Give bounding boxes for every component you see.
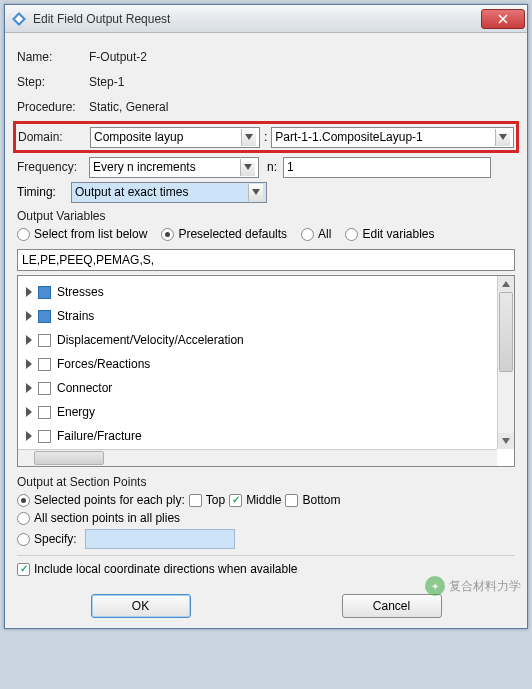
- close-button[interactable]: [481, 9, 525, 29]
- tree-item[interactable]: Stresses: [20, 280, 512, 304]
- tree-label: Failure/Fracture: [57, 429, 142, 443]
- radio-all-section-points[interactable]: [17, 512, 30, 525]
- check-middle[interactable]: [229, 494, 242, 507]
- dialog-footer: OK Cancel: [5, 588, 527, 628]
- svg-marker-3: [499, 134, 507, 140]
- expand-icon[interactable]: [26, 359, 32, 369]
- svg-marker-6: [502, 281, 510, 287]
- cancel-button[interactable]: Cancel: [342, 594, 442, 618]
- svg-marker-5: [252, 189, 260, 195]
- domain-label: Domain:: [18, 130, 90, 144]
- tree-checkbox[interactable]: [38, 310, 51, 323]
- scroll-down-button[interactable]: [498, 433, 514, 449]
- tree-item[interactable]: Failure/Fracture: [20, 424, 512, 448]
- radio-specify[interactable]: [17, 533, 30, 546]
- n-input[interactable]: [283, 157, 491, 178]
- chevron-down-icon: [495, 129, 510, 146]
- expand-icon[interactable]: [26, 383, 32, 393]
- radio-selected-points[interactable]: [17, 494, 30, 507]
- step-label: Step:: [17, 75, 89, 89]
- expand-icon[interactable]: [26, 335, 32, 345]
- expand-icon[interactable]: [26, 407, 32, 417]
- dialog-body: Name:F-Output-2 Step:Step-1 Procedure:St…: [5, 33, 527, 588]
- domain-target-select[interactable]: Part-1-1.CompositeLayup-1: [271, 127, 514, 148]
- step-value: Step-1: [89, 75, 124, 89]
- domain-target-value: Part-1-1.CompositeLayup-1: [275, 130, 422, 144]
- dialog-window: Edit Field Output Request Name:F-Output-…: [4, 4, 528, 629]
- procedure-label: Procedure:: [17, 100, 89, 114]
- tree-checkbox[interactable]: [38, 286, 51, 299]
- expand-icon[interactable]: [26, 311, 32, 321]
- horizontal-scrollbar[interactable]: [18, 449, 497, 466]
- tree-item[interactable]: Displacement/Velocity/Acceleration: [20, 328, 512, 352]
- output-variables-title: Output Variables: [17, 209, 515, 223]
- domain-type-select[interactable]: Composite layup: [90, 127, 260, 148]
- chevron-down-icon: [240, 159, 255, 176]
- section-points-title: Output at Section Points: [17, 475, 515, 489]
- svg-marker-4: [244, 164, 252, 170]
- variables-input[interactable]: [17, 249, 515, 271]
- radio-preselected[interactable]: [161, 228, 174, 241]
- app-icon: [11, 11, 27, 27]
- specify-input[interactable]: [85, 529, 235, 549]
- tree-label: Forces/Reactions: [57, 357, 150, 371]
- radio-edit-variables[interactable]: [345, 228, 358, 241]
- check-top[interactable]: [189, 494, 202, 507]
- procedure-value: Static, General: [89, 100, 168, 114]
- output-mode-radios: Select from list below Preselected defau…: [17, 227, 515, 241]
- expand-icon[interactable]: [26, 287, 32, 297]
- tree-checkbox[interactable]: [38, 358, 51, 371]
- frequency-select[interactable]: Every n increments: [89, 157, 259, 178]
- tree-item[interactable]: Energy: [20, 400, 512, 424]
- chevron-down-icon: [241, 129, 256, 146]
- n-label: n:: [267, 160, 277, 174]
- svg-marker-2: [245, 134, 253, 140]
- name-value: F-Output-2: [89, 50, 147, 64]
- timing-value: Output at exact times: [75, 185, 188, 199]
- frequency-value: Every n increments: [93, 160, 196, 174]
- expand-icon[interactable]: [26, 431, 32, 441]
- radio-all[interactable]: [301, 228, 314, 241]
- tree-checkbox[interactable]: [38, 382, 51, 395]
- tree-checkbox[interactable]: [38, 406, 51, 419]
- vertical-scrollbar[interactable]: [497, 276, 514, 449]
- titlebar[interactable]: Edit Field Output Request: [5, 5, 527, 33]
- timing-label: Timing:: [17, 185, 71, 199]
- svg-marker-7: [502, 438, 510, 444]
- window-title: Edit Field Output Request: [33, 12, 481, 26]
- scroll-thumb[interactable]: [499, 292, 513, 372]
- tree-label: Energy: [57, 405, 95, 419]
- name-label: Name:: [17, 50, 89, 64]
- tree-checkbox[interactable]: [38, 334, 51, 347]
- tree-item[interactable]: Strains: [20, 304, 512, 328]
- check-include-local[interactable]: [17, 563, 30, 576]
- scroll-thumb-h[interactable]: [34, 451, 104, 465]
- include-local-label: Include local coordinate directions when…: [34, 562, 298, 576]
- frequency-label: Frequency:: [17, 160, 89, 174]
- tree-label: Connector: [57, 381, 112, 395]
- tree-item[interactable]: Forces/Reactions: [20, 352, 512, 376]
- variables-tree: StressesStrainsDisplacement/Velocity/Acc…: [17, 275, 515, 467]
- tree-checkbox[interactable]: [38, 430, 51, 443]
- domain-colon: :: [264, 130, 267, 144]
- chevron-down-icon: [248, 184, 263, 201]
- radio-select-list[interactable]: [17, 228, 30, 241]
- timing-select[interactable]: Output at exact times: [71, 182, 267, 203]
- domain-type-value: Composite layup: [94, 130, 183, 144]
- check-bottom[interactable]: [285, 494, 298, 507]
- tree-label: Strains: [57, 309, 94, 323]
- domain-highlight: Domain: Composite layup : Part-1-1.Compo…: [13, 121, 519, 153]
- tree-item[interactable]: Connector: [20, 376, 512, 400]
- tree-label: Stresses: [57, 285, 104, 299]
- scroll-up-button[interactable]: [498, 276, 514, 292]
- tree-label: Displacement/Velocity/Acceleration: [57, 333, 244, 347]
- ok-button[interactable]: OK: [91, 594, 191, 618]
- close-icon: [498, 14, 508, 24]
